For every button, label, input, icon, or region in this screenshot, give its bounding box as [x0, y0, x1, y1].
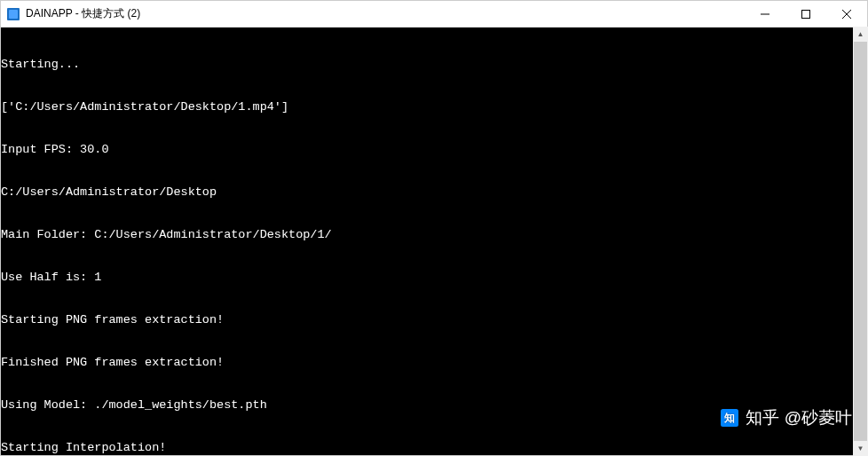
scroll-up-icon[interactable]: ▲ — [853, 27, 868, 42]
app-window: DAINAPP - 快捷方式 (2) Starting... ['C:/User… — [0, 0, 868, 456]
window-controls — [745, 1, 867, 27]
svg-rect-3 — [802, 10, 810, 18]
titlebar[interactable]: DAINAPP - 快捷方式 (2) — [1, 1, 867, 28]
scroll-down-icon[interactable]: ▼ — [853, 441, 868, 456]
maximize-button[interactable] — [785, 1, 826, 27]
scrollbar[interactable]: ▲ ▼ — [853, 27, 868, 456]
console-line: Input FPS: 30.0 — [1, 143, 867, 157]
console-output: Starting... ['C:/Users/Administrator/Des… — [1, 28, 867, 455]
console-line: Main Folder: C:/Users/Administrator/Desk… — [1, 228, 867, 242]
console-line: Use Half is: 1 — [1, 271, 867, 285]
app-icon — [6, 7, 20, 21]
minimize-button[interactable] — [745, 1, 785, 27]
console-line: ['C:/Users/Administrator/Desktop/1.mp4'] — [1, 100, 867, 114]
console-line: Starting PNG frames extraction! — [1, 313, 867, 327]
scrollbar-thumb[interactable] — [854, 42, 867, 441]
svg-rect-1 — [9, 10, 18, 19]
console-line: Starting Interpolation! — [1, 441, 867, 455]
console-line: Starting... — [1, 58, 867, 72]
zhihu-logo-icon: 知 — [721, 409, 738, 427]
watermark-text: 知乎 @砂菱叶 — [746, 406, 852, 429]
watermark: 知 知乎 @砂菱叶 — [721, 406, 852, 429]
window-title: DAINAPP - 快捷方式 (2) — [26, 6, 745, 21]
console-line: C:/Users/Administrator/Desktop — [1, 185, 867, 200]
close-button[interactable] — [826, 1, 867, 27]
svg-text:知: 知 — [723, 412, 735, 423]
console-line: Finished PNG frames extraction! — [1, 356, 867, 370]
